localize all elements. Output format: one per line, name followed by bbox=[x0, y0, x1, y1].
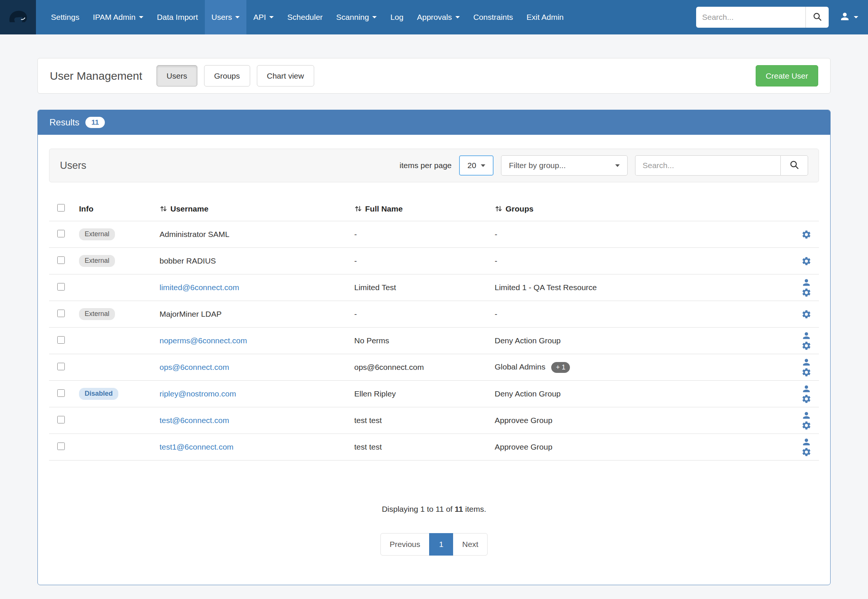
column-header-info: Info bbox=[74, 198, 155, 221]
table-search-input[interactable] bbox=[635, 155, 781, 176]
column-header-username[interactable]: Username bbox=[155, 198, 350, 221]
column-header-full-name[interactable]: Full Name bbox=[350, 198, 490, 221]
gear-icon[interactable] bbox=[801, 420, 811, 430]
nav-item-api[interactable]: API bbox=[246, 0, 280, 35]
user-icon[interactable] bbox=[801, 410, 811, 420]
actions-cell bbox=[776, 381, 819, 407]
nav-item-scanning[interactable]: Scanning bbox=[330, 0, 384, 35]
items-per-page-value: 20 bbox=[467, 161, 476, 170]
gear-icon[interactable] bbox=[801, 447, 811, 457]
nav-item-label: API bbox=[253, 13, 266, 22]
view-button-groups[interactable]: Groups bbox=[204, 65, 250, 86]
nav-item-label: Scheduler bbox=[287, 13, 323, 22]
items-per-page-select[interactable]: 20 bbox=[459, 155, 494, 176]
nav-item-label: Data Import bbox=[157, 13, 198, 22]
view-button-chart-view[interactable]: Chart view bbox=[257, 65, 314, 86]
table-row: Externalbobber RADIUS-- bbox=[49, 248, 819, 274]
view-button-users[interactable]: Users bbox=[157, 65, 197, 86]
info-badge: External bbox=[79, 228, 115, 240]
nav-item-constraints[interactable]: Constraints bbox=[467, 0, 520, 35]
full-name-cell: test test bbox=[350, 407, 490, 434]
navbar-search-button[interactable] bbox=[805, 7, 829, 28]
info-badge: Disabled bbox=[79, 388, 118, 400]
gear-icon[interactable] bbox=[801, 256, 811, 266]
table-search-button[interactable] bbox=[781, 155, 808, 176]
row-checkbox[interactable] bbox=[57, 230, 65, 237]
nav-item-users[interactable]: Users bbox=[205, 0, 247, 35]
full-name-cell: - bbox=[350, 248, 490, 274]
results-title: Results bbox=[50, 117, 79, 128]
navbar-search-input[interactable] bbox=[696, 7, 805, 28]
user-icon[interactable] bbox=[801, 331, 811, 341]
row-checkbox[interactable] bbox=[57, 389, 65, 397]
user-icon[interactable] bbox=[801, 357, 811, 367]
row-checkbox[interactable] bbox=[57, 442, 65, 450]
info-badge: External bbox=[79, 308, 115, 320]
nav-item-data-import[interactable]: Data Import bbox=[150, 0, 205, 35]
nav-item-settings[interactable]: Settings bbox=[44, 0, 86, 35]
pagination-page-1-button[interactable]: 1 bbox=[429, 533, 453, 555]
nav-item-label: Scanning bbox=[336, 13, 369, 22]
app-logo[interactable] bbox=[0, 0, 36, 35]
row-checkbox[interactable] bbox=[57, 416, 65, 423]
full-name-cell: - bbox=[350, 221, 490, 248]
groups-extra-badge[interactable]: + 1 bbox=[551, 362, 570, 373]
username-link[interactable]: limited@6connect.com bbox=[160, 283, 239, 292]
pagination-previous-button[interactable]: Previous bbox=[380, 533, 430, 555]
groups-cell: - bbox=[490, 221, 776, 248]
user-icon[interactable] bbox=[801, 277, 811, 287]
nav-item-approvals[interactable]: Approvals bbox=[410, 0, 466, 35]
row-checkbox[interactable] bbox=[57, 336, 65, 344]
info-cell bbox=[74, 407, 155, 434]
pagination-next-button[interactable]: Next bbox=[453, 533, 488, 555]
column-label: Info bbox=[79, 205, 93, 213]
user-menu[interactable] bbox=[839, 11, 858, 24]
create-user-button[interactable]: Create User bbox=[756, 65, 818, 86]
nav-item-ipam-admin[interactable]: IPAM Admin bbox=[86, 0, 150, 35]
gear-icon[interactable] bbox=[801, 367, 811, 377]
items-per-page-label: items per page bbox=[399, 161, 452, 170]
select-all-checkbox[interactable] bbox=[57, 204, 65, 212]
column-header-groups[interactable]: Groups bbox=[490, 198, 776, 221]
top-navbar: SettingsIPAM AdminData ImportUsersAPISch… bbox=[0, 0, 868, 35]
username-link[interactable]: ripley@nostromo.com bbox=[160, 389, 236, 398]
row-checkbox[interactable] bbox=[57, 256, 65, 264]
row-checkbox[interactable] bbox=[57, 363, 65, 370]
sort-icon bbox=[495, 205, 503, 213]
username-link[interactable]: ops@6connect.com bbox=[160, 363, 229, 372]
nav-item-exit-admin[interactable]: Exit Admin bbox=[520, 0, 570, 35]
gear-icon[interactable] bbox=[801, 394, 811, 404]
info-badge: External bbox=[79, 255, 115, 267]
nav-item-label: Approvals bbox=[417, 13, 452, 22]
groups-text: - bbox=[495, 256, 497, 265]
results-count-badge: 11 bbox=[85, 117, 105, 128]
chevron-down-icon bbox=[372, 16, 377, 18]
username-link[interactable]: test1@6connect.com bbox=[160, 442, 234, 451]
groups-cell: Approvee Group bbox=[490, 434, 776, 461]
info-cell bbox=[74, 434, 155, 461]
row-checkbox[interactable] bbox=[57, 310, 65, 317]
nav-item-scheduler[interactable]: Scheduler bbox=[280, 0, 330, 35]
results-summary: Displaying 1 to 11 of 11 items. bbox=[49, 505, 819, 514]
full-name-cell: ops@6connect.com bbox=[350, 354, 490, 381]
info-cell bbox=[74, 274, 155, 301]
gear-icon[interactable] bbox=[801, 287, 811, 298]
gear-icon[interactable] bbox=[801, 309, 811, 319]
filter-by-group-select[interactable]: Filter by group... bbox=[501, 155, 628, 176]
table-row: test1@6connect.comtest testApprovee Grou… bbox=[49, 434, 819, 461]
actions-cell bbox=[776, 354, 819, 381]
username-link[interactable]: test@6connect.com bbox=[160, 416, 229, 424]
nav-item-log[interactable]: Log bbox=[383, 0, 410, 35]
gear-icon[interactable] bbox=[801, 229, 811, 239]
view-switcher: UsersGroupsChart view bbox=[157, 65, 314, 86]
mammoth-logo-icon bbox=[6, 4, 30, 31]
nav-item-label: Constraints bbox=[473, 13, 513, 22]
info-cell: External bbox=[74, 221, 155, 248]
navbar-search bbox=[696, 7, 829, 28]
row-checkbox[interactable] bbox=[57, 283, 65, 290]
user-icon[interactable] bbox=[801, 437, 811, 447]
actions-cell bbox=[776, 434, 819, 461]
gear-icon[interactable] bbox=[801, 341, 811, 351]
username-link[interactable]: noperms@6connect.com bbox=[160, 336, 247, 345]
user-icon[interactable] bbox=[801, 384, 811, 394]
